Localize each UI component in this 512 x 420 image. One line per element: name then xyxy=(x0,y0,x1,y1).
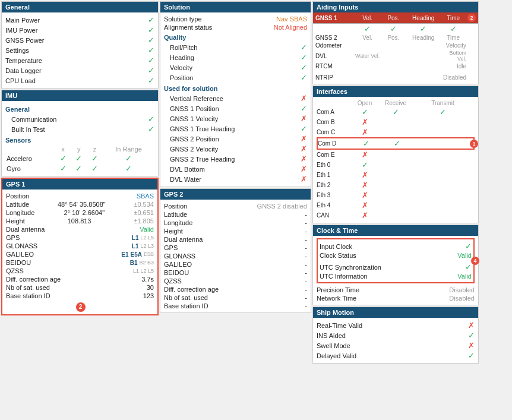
come-row: Com E ✗ xyxy=(317,150,475,160)
gps1-longitude-value: 2° 10' 2.6604" xyxy=(64,209,105,216)
sensors-label: Sensors xyxy=(5,137,154,144)
sol-velocity-status: ✓ xyxy=(301,63,307,72)
solution-type-value: Nav SBAS xyxy=(276,15,307,23)
col-z: z xyxy=(87,145,103,153)
roll-pitch-label: Roll/Pitch xyxy=(170,44,197,51)
gps2-diff-row: Diff. correction age - xyxy=(164,285,307,293)
gps1-longitude-label: Longitude xyxy=(6,209,34,216)
clock-status-label: Clock Status xyxy=(320,252,356,259)
gps1-galileo-label: GALILEO xyxy=(6,251,34,258)
come-open: ✗ xyxy=(349,150,380,159)
gps2-position-row: Position GNSS 2 disabled xyxy=(164,202,307,210)
gnss1-time-check: ✓ xyxy=(440,24,466,33)
clock-status-value: Valid xyxy=(457,252,472,259)
dvl-bottom-status: ✗ xyxy=(301,165,307,173)
network-time-row: Network Time Disabled xyxy=(317,294,475,302)
gnss1-aiding-row: GNSS 1 Vel. Pos. Heading Time 2 xyxy=(313,12,478,24)
main-power-status: ✓ xyxy=(148,15,154,24)
imu-power-row: IMU Power ✓ xyxy=(5,25,154,35)
interfaces-header: Interfaces xyxy=(313,86,478,97)
data-logger-row: Data Logger ✓ xyxy=(5,65,154,75)
dvl-row: DVL Water Vel. Bottom Vel. xyxy=(313,49,478,62)
gps1-nbsat-value: 30 xyxy=(147,284,154,291)
gps1-position-row: Position SBAS xyxy=(6,192,154,200)
gps1-dual-antenna-label: Dual antenna xyxy=(6,226,45,233)
gnss1-vel-label: GNSS 1 Velocity xyxy=(170,115,218,122)
comd-row: Com D ✓ ✓ 1 xyxy=(317,137,475,150)
clock-body: Input Clock ✓ Clock Status Valid UTC Syn… xyxy=(313,236,478,305)
col-range: In Range xyxy=(103,145,154,153)
gps2-basestation-label: Base station ID xyxy=(164,302,208,310)
sol-position-status: ✓ xyxy=(301,73,307,82)
gnss1-pos-row: GNSS 1 Position ✓ xyxy=(164,103,307,113)
ai-col-pos-header: Pos. xyxy=(380,15,406,21)
dvl-vel: Water Vel. xyxy=(355,53,381,59)
gnss1-vel-status: ✗ xyxy=(301,114,307,123)
gnss2-vel-label: GNSS 2 Velocity xyxy=(170,146,218,153)
precision-label: Precision Time xyxy=(317,286,359,293)
clock-header: Clock & Time xyxy=(313,225,478,236)
imu-general-label: General xyxy=(5,106,154,113)
main-power-label: Main Power xyxy=(5,17,40,24)
utc-info-row: UTC Information Valid xyxy=(320,272,472,280)
gps2-dual-antenna-row: Dual antenna - xyxy=(164,235,307,244)
gps1-galileo-inactive: E5B xyxy=(144,251,154,257)
eth2-row: Eth 2 ✗ xyxy=(317,180,475,190)
ai-col-time-header: Time xyxy=(440,15,466,21)
communication-status: ✓ xyxy=(148,115,154,124)
ins-aided-label: INS Aided xyxy=(317,332,346,339)
aiding-badge: 2 xyxy=(467,14,476,22)
sensors-table: x y z In Range Accelero ✓ ✓ ✓ ✓ Gyro xyxy=(5,145,154,173)
gps1-longitude-row: Longitude 2° 10' 2.6604" ±0.651 xyxy=(6,209,154,217)
rtcm-label: RTCM xyxy=(315,63,355,70)
eth4-label: Eth 4 xyxy=(317,202,349,209)
eth1-label: Eth 1 xyxy=(317,172,349,178)
gnss2-aiding-label: GNSS 2 xyxy=(315,34,355,41)
realtime-valid-status: ✗ xyxy=(468,321,475,330)
gnss-power-status: ✓ xyxy=(148,36,154,45)
sol-heading-label: Heading xyxy=(170,54,194,61)
swell-mode-row: Swell Mode ✗ xyxy=(317,340,475,350)
gps2-galileo-label: GALILEO xyxy=(164,261,192,268)
temperature-row: Temperature ✓ xyxy=(5,55,154,65)
gnss2-heading-status: ✗ xyxy=(301,154,307,163)
solution-body: Solution type Nav SBAS Alignment status … xyxy=(160,12,311,187)
ship-motion-header: Ship Motion xyxy=(313,307,478,318)
gnss1-heading-row: GNSS 1 True Heading ✓ xyxy=(164,124,307,134)
gps2-nbsat-value: - xyxy=(305,294,307,301)
gps2-height-value: - xyxy=(305,228,307,235)
data-logger-label: Data Logger xyxy=(5,67,42,74)
vertical-ref-status: ✗ xyxy=(301,94,307,103)
general-header: General xyxy=(2,2,158,12)
roll-pitch-row: Roll/Pitch ✓ xyxy=(164,42,307,52)
gps1-galileo-active: E1 xyxy=(121,251,128,258)
gnss1-label: GNSS 1 xyxy=(315,15,355,21)
gnss2-heading-gray: Heading xyxy=(406,34,440,41)
gnss2-pos-gray: Pos. xyxy=(380,34,406,41)
gps1-galileo-row: GALILEO E1 E5A E5B xyxy=(6,250,154,258)
gps2-position-label: Position xyxy=(164,203,187,210)
gps2-latitude-row: Latitude - xyxy=(164,210,307,219)
gps2-height-label: Height xyxy=(164,228,183,235)
delayed-valid-status: ✓ xyxy=(468,351,475,360)
coma-transmit: ✓ xyxy=(411,108,475,116)
gps1-longitude-error: ±0.651 xyxy=(134,209,154,216)
dvl-water-status: ✗ xyxy=(301,175,307,184)
sol-position-row: Position ✓ xyxy=(164,72,307,83)
gps2-diff-value: - xyxy=(305,286,307,293)
gnss2-pos-row: GNSS 2 Position ✗ xyxy=(164,134,307,144)
utc-sync-label: UTC Synchronization xyxy=(320,264,381,271)
eth1-open: ✗ xyxy=(349,170,380,179)
gps2-header: GPS 2 xyxy=(160,189,311,200)
gps2-glonass-row: GLONASS - xyxy=(164,252,307,260)
input-clock-label: Input Clock xyxy=(320,243,352,250)
imu-power-status: ✓ xyxy=(148,26,154,34)
gnss2-time-gray: Time xyxy=(440,34,466,41)
coma-receive: ✓ xyxy=(380,108,411,116)
gps2-position-value: GNSS 2 disabled xyxy=(257,203,307,210)
gnss-power-label: GNSS Power xyxy=(5,37,44,44)
ins-aided-status: ✓ xyxy=(468,331,475,340)
gps1-body: Position SBAS Latitude 48° 54' 35.8508" … xyxy=(2,190,157,302)
gnss2-vel-gray: Vel. xyxy=(355,34,381,41)
built-in-test-label: Built In Test xyxy=(11,126,45,133)
